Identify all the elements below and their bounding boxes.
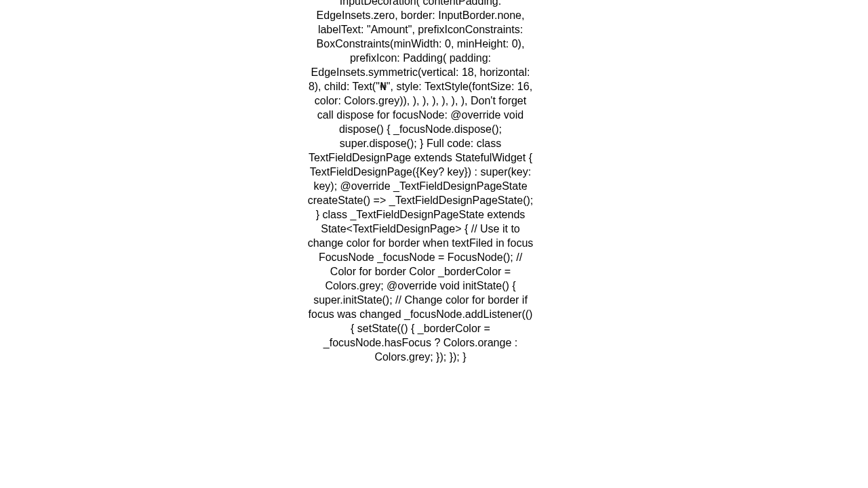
code-text-block: TextInputType.number, decoration: InputD… [305,0,536,364]
